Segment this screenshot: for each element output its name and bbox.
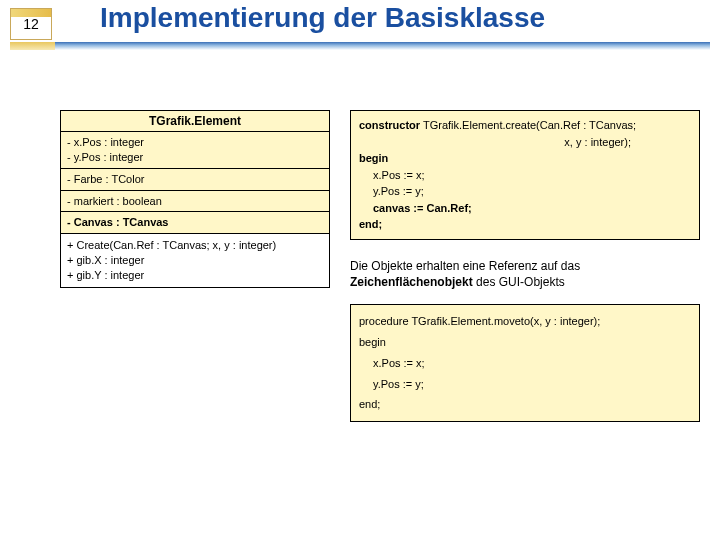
uml-attr: - markiert : boolean: [67, 194, 323, 209]
slide-header: 12 Implementierung der Basisklasse: [0, 0, 720, 52]
slide-title: Implementierung der Basisklasse: [100, 2, 545, 34]
code-line: x.Pos := x;: [359, 353, 691, 374]
uml-attr: - x.Pos : integer: [67, 135, 323, 150]
code-line: y.Pos := y;: [359, 374, 691, 395]
right-column: constructor TGrafik.Element.create(Can.R…: [350, 110, 700, 422]
code-line: procedure TGrafik.Element.moveto(x, y : …: [359, 311, 691, 332]
uml-attr: - y.Pos : integer: [67, 150, 323, 165]
uml-section-markiert: - markiert : boolean: [60, 191, 330, 213]
keyword-procedure: procedure: [359, 315, 409, 327]
uml-class-name: TGrafik.Element: [60, 110, 330, 132]
uml-method: + gib.Y : integer: [67, 268, 323, 283]
uml-attr: - Farbe : TColor: [67, 172, 323, 187]
slide-content: TGrafik.Element - x.Pos : integer - y.Po…: [60, 110, 700, 422]
uml-method: + Create(Can.Ref : TCanvas; x, y : integ…: [67, 238, 323, 253]
uml-section-canvas: - Canvas : TCanvas: [60, 212, 330, 234]
uml-method: + gib.X : integer: [67, 253, 323, 268]
note-part: Die Objekte erhalten eine Referenz auf d…: [350, 259, 580, 273]
code-text: TGrafik.Element.create(Can.Ref : TCanvas…: [420, 119, 636, 131]
keyword-end: end;: [359, 218, 382, 230]
slide-number-box: 12: [10, 8, 52, 40]
procedure-code-box: procedure TGrafik.Element.moveto(x, y : …: [350, 304, 700, 422]
title-underline: [10, 42, 710, 50]
uml-attr: - Canvas : TCanvas: [67, 215, 323, 230]
uml-section-color: - Farbe : TColor: [60, 169, 330, 191]
code-line: y.Pos := y;: [359, 183, 691, 200]
explanation-text: Die Objekte erhalten eine Referenz auf d…: [350, 258, 700, 290]
code-line: canvas := Can.Ref;: [359, 200, 691, 217]
uml-methods: + Create(Can.Ref : TCanvas; x, y : integ…: [60, 234, 330, 288]
keyword-end: end;: [359, 394, 691, 415]
note-bold: Zeichenflächenobjekt: [350, 275, 473, 289]
slide-number: 12: [23, 16, 39, 32]
uml-class-box: TGrafik.Element - x.Pos : integer - y.Po…: [60, 110, 330, 422]
keyword-begin: begin: [359, 332, 691, 353]
keyword-begin: begin: [359, 152, 388, 164]
constructor-code-box: constructor TGrafik.Element.create(Can.R…: [350, 110, 700, 240]
uml-section-position: - x.Pos : integer - y.Pos : integer: [60, 132, 330, 169]
code-line: constructor TGrafik.Element.create(Can.R…: [359, 117, 691, 134]
code-line: x.Pos := x;: [359, 167, 691, 184]
keyword-constructor: constructor: [359, 119, 420, 131]
code-line: x, y : integer);: [359, 134, 691, 151]
code-text: TGrafik.Element.moveto(x, y : integer);: [409, 315, 601, 327]
note-part: des GUI-Objekts: [473, 275, 565, 289]
